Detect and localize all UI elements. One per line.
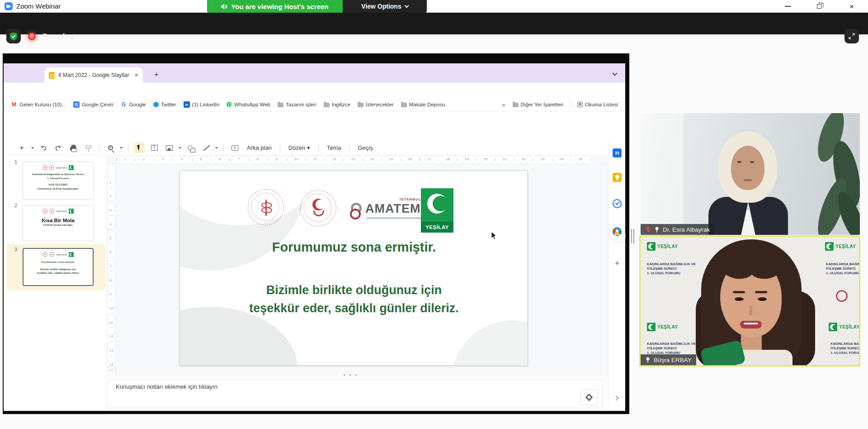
person-eyes — [737, 161, 741, 163]
ruler-tick — [173, 158, 174, 161]
ruler-number: 10 — [109, 306, 113, 310]
bookmark-chevrons[interactable]: » — [502, 101, 505, 108]
slide-body-line2[interactable]: teşekkür eder, sağlıklı günler dileriz. — [180, 301, 528, 315]
notes-resize-handle[interactable]: • • • — [344, 372, 359, 377]
select-tool-button[interactable] — [134, 143, 145, 153]
bookmark-translate[interactable]: GGoogle Çeviri — [73, 101, 113, 108]
participant-video-busra[interactable]: YEŞİLAYYEŞİLAYYEŞİLAYYEŞİLAYKADINLARDA B… — [639, 235, 860, 367]
print-button[interactable] — [68, 143, 79, 153]
tab-close-icon[interactable]: × — [135, 72, 138, 79]
slide-canvas[interactable]: İSTANBUL AMATEM YEŞİLAY Forumumuz sona e… — [116, 164, 608, 376]
shape-tool-button[interactable] — [185, 143, 196, 153]
ruler-number: 5 — [109, 236, 111, 240]
person-lips — [740, 321, 762, 329]
security-shield-button[interactable] — [6, 29, 21, 43]
new-slide-button[interactable]: + — [16, 143, 27, 153]
collapse-panel-chevron[interactable] — [613, 396, 618, 400]
new-tab-button[interactable]: + — [154, 70, 159, 79]
transition-button[interactable]: Geçiş — [355, 144, 375, 151]
bookmark-whatsapp[interactable]: WhatsApp Web — [226, 102, 270, 107]
calendar-icon[interactable]: 31 — [613, 148, 622, 157]
new-slide-caret[interactable] — [31, 147, 34, 149]
ruler-tick — [110, 314, 113, 314]
current-slide[interactable]: İSTANBUL AMATEM YEŞİLAY Forumumuz sona e… — [179, 171, 528, 366]
backdrop-banner-line: KADINLARDA BAĞIMLILIK VE — [826, 262, 860, 267]
image-caret[interactable] — [179, 147, 181, 149]
close-button[interactable]: × — [843, 0, 861, 13]
bookmark-linkedin[interactable]: in(1) LinkedIn — [184, 101, 220, 108]
reading-list-icon — [577, 102, 583, 107]
zoom-tool-button[interactable] — [105, 143, 116, 153]
folder-icon — [278, 103, 283, 107]
insert-comment-button[interactable]: + — [229, 143, 240, 153]
aile-bakanligi-logo — [300, 190, 336, 226]
slide-body-line1[interactable]: Bizimle birlikte olduğunuz için — [180, 283, 528, 297]
slide-thumbnail[interactable]: AMATEMKadınlarda Bağımlılık ve İyileşme … — [23, 162, 94, 200]
browser-tab[interactable]: 8 Mart 2022 - Google Slaytlar × — [44, 67, 143, 83]
bookmark-folder[interactable]: İzlenecekler — [358, 102, 393, 107]
view-options-button[interactable]: View Options — [343, 0, 427, 13]
ruler-number: 13 — [351, 157, 355, 161]
thumb-logos: AMATEM — [23, 209, 93, 214]
bookmark-reading-list[interactable]: Okuma Listesi — [571, 102, 618, 107]
notes-placeholder[interactable]: Konuşmacı notları eklemek için tıklayın — [116, 383, 217, 390]
paint-format-button[interactable] — [83, 143, 94, 153]
restore-button[interactable] — [810, 0, 828, 13]
browser-addressbar: ← → docs.google.com/presentation/d/1qHlA… — [4, 83, 625, 98]
fullscreen-expand-button[interactable] — [844, 29, 859, 43]
ruler-tick — [533, 158, 533, 161]
bookmark-google[interactable]: GGoogle — [121, 101, 146, 108]
amatem-city: İSTANBUL — [400, 197, 421, 201]
bookmark-gmail[interactable]: MGelen Kutusu (10)... — [11, 101, 66, 108]
textbox-tool-button[interactable]: T — [149, 143, 160, 153]
slide-thumbnail[interactable]: AMATEMForumumuz sona ermiştir.Bizimle bi… — [23, 248, 94, 286]
bookmark-folder[interactable]: İngilizce — [324, 102, 351, 107]
ribbon-icon — [351, 203, 362, 214]
slide-title-text[interactable]: Forumumuz sona ermiştir. — [180, 240, 528, 255]
maps-icon[interactable] — [613, 226, 622, 235]
participant-video-esra[interactable]: Dr. Esra Albayrak — [641, 113, 860, 235]
add-addon-button[interactable]: + — [613, 259, 622, 268]
bookmark-folder[interactable]: Diğer Yer İşaretleri — [513, 102, 564, 107]
ruler-tick — [552, 158, 552, 161]
background-button[interactable]: Arka plan — [244, 144, 274, 151]
ruler-tick — [268, 158, 268, 161]
yesilay-backdrop-text: YEŞİLAY — [835, 244, 856, 249]
explore-button[interactable] — [580, 389, 598, 405]
panel-divider-handle[interactable] — [633, 229, 634, 243]
crescent-icon — [427, 194, 447, 214]
video-background — [641, 113, 860, 235]
bookmark-folder[interactable]: Tasarım işleri — [278, 102, 316, 107]
layout-button[interactable]: Düzen ▾ — [286, 144, 313, 151]
yesilay-backdrop-logo: YEŞİLAY — [647, 323, 678, 331]
theme-button[interactable]: Tema — [324, 144, 344, 151]
brooch — [747, 207, 750, 210]
ruler-tick — [110, 286, 113, 286]
undo-button[interactable] — [38, 143, 49, 153]
ruler-tick — [211, 158, 212, 161]
zoom-caret[interactable] — [120, 147, 123, 149]
ruler-number: 1 — [109, 180, 111, 184]
bookmark-label: Diğer Yer İşaretleri — [521, 102, 564, 107]
minimize-button[interactable] — [778, 0, 797, 13]
panel-divider-handle[interactable] — [631, 229, 632, 243]
person-face — [731, 146, 764, 190]
line-caret[interactable] — [215, 147, 218, 149]
ruler-tick — [110, 300, 113, 300]
image-tool-button[interactable] — [164, 143, 175, 153]
speaker-notes-panel[interactable]: Konuşmacı notları eklemek için tıklayın — [107, 379, 603, 408]
line-tool-button[interactable] — [200, 143, 211, 153]
slide-thumbnail[interactable]: AMATEMKısa Bir Mola13.00'da devam edeceğ… — [23, 205, 94, 241]
thumb-logos: AMATEM — [24, 252, 93, 257]
keep-icon[interactable] — [613, 173, 622, 182]
ruler-tick — [110, 187, 113, 188]
backdrop-banner-line: 1. ULUSAL FORUMU — [830, 351, 860, 355]
tasks-icon[interactable] — [613, 199, 622, 208]
bookmark-twitter[interactable]: Twitter — [153, 102, 176, 107]
ministry-backdrop-logo — [836, 290, 848, 302]
ruler-number: 23 — [541, 157, 545, 161]
backdrop-banner-line: KADINLARDA BAĞIMLILIK VE — [647, 342, 696, 346]
bookmark-folder[interactable]: Makale Deposu — [401, 102, 445, 107]
ruler-tick — [287, 158, 287, 161]
redo-button[interactable] — [53, 143, 64, 153]
